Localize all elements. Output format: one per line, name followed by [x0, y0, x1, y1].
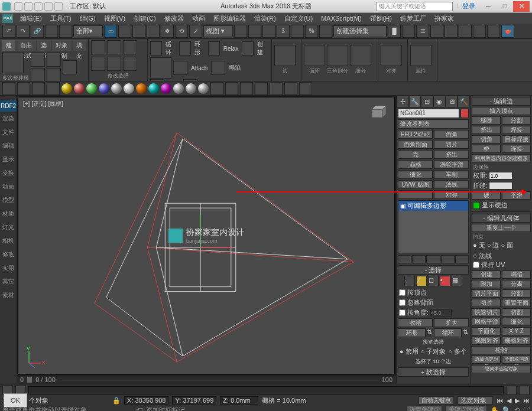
- track-bar[interactable]: [28, 386, 504, 394]
- render-frame-button[interactable]: [487, 25, 500, 38]
- object-color-swatch[interactable]: [460, 109, 469, 118]
- sidebar-item-modify[interactable]: 修改: [0, 248, 17, 261]
- menu-create[interactable]: 创建(C): [130, 14, 159, 23]
- menu-edit[interactable]: 编辑(E): [17, 14, 46, 23]
- stack-pin-icon[interactable]: [398, 255, 411, 263]
- loop-btn[interactable]: 循环: [434, 328, 462, 337]
- weight-input[interactable]: [489, 172, 512, 180]
- mod-shell[interactable]: 壳: [398, 150, 433, 159]
- stack-show-icon[interactable]: [412, 255, 426, 263]
- qat-save-icon[interactable]: [34, 2, 43, 11]
- tab-utilities-icon[interactable]: 🔨: [458, 96, 470, 107]
- snap-toggle[interactable]: 3: [277, 25, 290, 38]
- setkey-btn[interactable]: 设置关键点: [407, 406, 442, 411]
- ribbon-tab-select[interactable]: 选择: [37, 40, 50, 51]
- layers-button[interactable]: ☰: [416, 25, 429, 38]
- hide-sel-btn[interactable]: 隐藏选定对象: [472, 355, 501, 364]
- material-ball-icon[interactable]: [124, 83, 134, 94]
- g-detach-btn[interactable]: 分离: [502, 280, 531, 288]
- weld-btn[interactable]: 焊接: [502, 126, 531, 134]
- rollout-selection[interactable]: - 选择: [398, 265, 469, 275]
- attach-btn[interactable]: [173, 61, 187, 75]
- view-align-btn[interactable]: 视图对齐: [472, 337, 501, 345]
- play-back-icon[interactable]: ◀: [507, 397, 511, 405]
- mat-btn3[interactable]: [32, 82, 45, 95]
- mod-uvw[interactable]: UVW 贴图: [398, 180, 433, 189]
- play-fwd-icon[interactable]: ⏭: [523, 397, 530, 404]
- crease-input[interactable]: [489, 182, 512, 190]
- unhide-btn[interactable]: 全部取消隐藏: [502, 355, 531, 364]
- repeat-btn[interactable]: 重复上一个: [472, 224, 531, 232]
- sidebar-item-light[interactable]: 灯光: [0, 221, 17, 234]
- qat-open-icon[interactable]: [24, 2, 33, 11]
- mirror-button[interactable]: ▐▌: [388, 25, 401, 38]
- shrink-btn[interactable]: 收缩: [398, 318, 433, 327]
- pivot-button[interactable]: [234, 25, 247, 38]
- constrain-edge[interactable]: ○ 边: [487, 241, 499, 250]
- sub-border-btn[interactable]: ◻: [428, 276, 439, 286]
- rollout-edit-geom[interactable]: - 编辑几何体: [472, 214, 531, 223]
- workspace-selector[interactable]: 工作区: 默认: [70, 2, 106, 11]
- hard-btn[interactable]: 硬: [472, 191, 501, 200]
- sidebar-item-camera[interactable]: 相机: [0, 234, 17, 247]
- keyfilter-btn[interactable]: 关键点过滤器: [446, 406, 487, 411]
- mod-extrude[interactable]: 挤出: [434, 150, 469, 159]
- menu-tools[interactable]: 工具(T): [47, 14, 75, 23]
- qat-redo-icon[interactable]: [54, 2, 63, 11]
- schematic-button[interactable]: [445, 25, 458, 38]
- modify-sel-btn2[interactable]: [107, 40, 121, 54]
- menu-animation[interactable]: 动画: [189, 14, 209, 23]
- material-ball-icon[interactable]: [111, 83, 122, 94]
- tri-panel-btn[interactable]: [327, 45, 348, 66]
- play-icon[interactable]: ▶: [515, 397, 520, 405]
- sub-border-icon[interactable]: [47, 53, 61, 67]
- sidebar-item-model[interactable]: 模型: [0, 194, 17, 207]
- relax-btn[interactable]: [208, 41, 220, 56]
- material-ball-icon[interactable]: [86, 83, 97, 94]
- ref-coord-system[interactable]: 视图 ▾: [203, 25, 233, 37]
- sub-edge-btn[interactable]: ╱: [416, 276, 427, 286]
- tab-motion-icon[interactable]: ◉: [433, 96, 446, 107]
- autokey-btn[interactable]: 自动关键点: [419, 396, 454, 405]
- mat-btn2[interactable]: [17, 82, 30, 95]
- render-button[interactable]: 🫖: [501, 25, 514, 38]
- ribbon-tab-freeform[interactable]: 自由形式: [17, 40, 36, 51]
- lock-icon[interactable]: 🔒: [112, 397, 121, 405]
- mod-slice[interactable]: 切片: [434, 140, 469, 149]
- menu-dreamfactory[interactable]: 造梦工厂: [397, 14, 430, 23]
- mat-tool4[interactable]: [255, 82, 268, 95]
- menu-render[interactable]: 渲染(R): [251, 14, 280, 23]
- spinner-snap-toggle[interactable]: [319, 25, 332, 38]
- ribbon-tab-paint[interactable]: 对象绘制: [52, 40, 72, 51]
- chk-by-vertex[interactable]: 按顶点: [398, 288, 469, 297]
- select-name-button[interactable]: [118, 25, 131, 38]
- bind-button[interactable]: [59, 25, 72, 38]
- menu-graph[interactable]: 图形编辑器: [210, 14, 249, 23]
- sidebar-item-file[interactable]: 文件: [0, 126, 17, 139]
- sidebar-item-anim[interactable]: 动画: [0, 180, 17, 193]
- ring-spin-icon[interactable]: ⇅: [427, 328, 433, 337]
- quickslice-btn[interactable]: 快速切片: [472, 308, 501, 317]
- ribbon-tab-populate[interactable]: 填充: [73, 40, 86, 51]
- stack-unique-icon[interactable]: [426, 255, 440, 263]
- mod-turbosmooth[interactable]: 涡轮平滑: [434, 160, 469, 169]
- coord-y[interactable]: Y: 37197.699: [172, 396, 216, 405]
- manip-button[interactable]: [248, 25, 261, 38]
- slice-btn[interactable]: 切片: [472, 299, 501, 307]
- sub-element-icon[interactable]: [63, 60, 77, 74]
- nav-max-icon[interactable]: ⛶: [523, 406, 530, 411]
- g-split-btn[interactable]: 分割: [502, 289, 531, 298]
- tab-create-icon[interactable]: ✢: [397, 96, 409, 107]
- constrain-none[interactable]: ● 无: [473, 241, 485, 250]
- angle-input[interactable]: [430, 309, 452, 317]
- chk-ignore-backface[interactable]: 忽略背面: [398, 298, 469, 307]
- relax-btn2[interactable]: 松弛: [472, 346, 531, 354]
- mat-tool2[interactable]: [225, 82, 238, 95]
- rollout-softsel[interactable]: + 软选择: [398, 367, 469, 377]
- modifier-list-dropdown[interactable]: 修改器列表: [398, 119, 469, 129]
- tab-hierarchy-icon[interactable]: ⊞: [421, 96, 433, 107]
- chk-preserve-uv[interactable]: 保持 UV: [472, 260, 531, 269]
- mat-btn4[interactable]: [47, 82, 60, 95]
- mod-tessellate[interactable]: 细化: [398, 170, 433, 179]
- curve-editor-button[interactable]: [430, 25, 443, 38]
